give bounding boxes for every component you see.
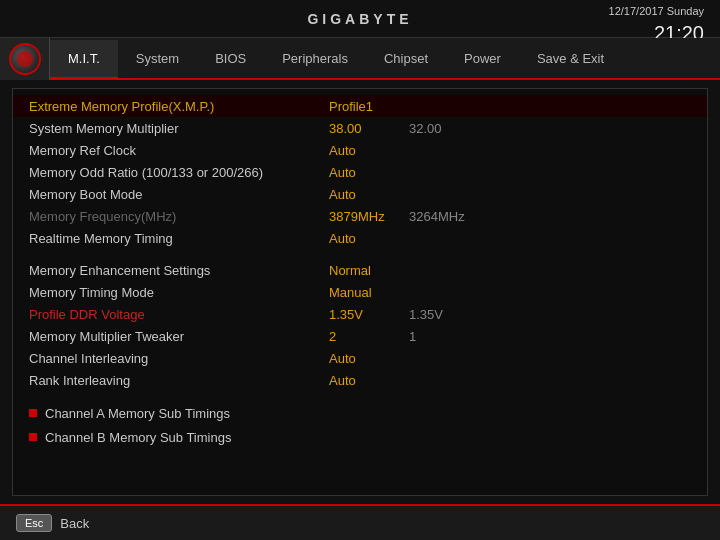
nav-item-mit[interactable]: M.I.T. (50, 40, 118, 80)
label-mem-boot-mode: Memory Boot Mode (29, 187, 329, 202)
main-content: Extreme Memory Profile(X.M.P.) Profile1 … (0, 80, 720, 504)
label-channel-interleaving: Channel Interleaving (29, 351, 329, 366)
value-xmp: Profile1 (329, 99, 409, 114)
nav-bar: M.I.T. System BIOS Peripherals Chipset P… (0, 38, 720, 80)
label-mem-ref-clock: Memory Ref Clock (29, 143, 329, 158)
date-display: 12/17/2017 Sunday (609, 5, 704, 17)
value2-mem-freq: 3264MHz (409, 209, 489, 224)
nav-logo (0, 38, 50, 80)
label-rank-interleaving: Rank Interleaving (29, 373, 329, 388)
label-profile-ddr: Profile DDR Voltage (29, 307, 329, 322)
value2-sys-mem-mult: 32.00 (409, 121, 489, 136)
red-square-b (29, 433, 37, 441)
label-channel-a: Channel A Memory Sub Timings (45, 406, 230, 421)
value-mem-mult-tweaker: 2 (329, 329, 409, 344)
red-square-a (29, 409, 37, 417)
nav-item-power[interactable]: Power (446, 40, 519, 80)
nav-item-bios[interactable]: BIOS (197, 40, 264, 80)
row-profile-ddr[interactable]: Profile DDR Voltage 1.35V 1.35V (13, 303, 707, 325)
value-channel-interleaving: Auto (329, 351, 409, 366)
value-mem-enhance: Normal (329, 263, 409, 278)
label-mem-mult-tweaker: Memory Multiplier Tweaker (29, 329, 329, 344)
divider-2 (13, 391, 707, 401)
row-mem-ref-clock[interactable]: Memory Ref Clock Auto (13, 139, 707, 161)
label-mem-odd-ratio: Memory Odd Ratio (100/133 or 200/266) (29, 165, 329, 180)
nav-items: M.I.T. System BIOS Peripherals Chipset P… (50, 38, 622, 78)
row-realtime-timing[interactable]: Realtime Memory Timing Auto (13, 227, 707, 249)
divider-1 (13, 249, 707, 259)
row-rank-interleaving[interactable]: Rank Interleaving Auto (13, 369, 707, 391)
row-mem-boot-mode[interactable]: Memory Boot Mode Auto (13, 183, 707, 205)
value2-profile-ddr: 1.35V (409, 307, 489, 322)
label-mem-enhance: Memory Enhancement Settings (29, 263, 329, 278)
row-mem-enhance[interactable]: Memory Enhancement Settings Normal (13, 259, 707, 281)
value2-mem-mult-tweaker: 1 (409, 329, 489, 344)
back-label: Back (60, 516, 89, 531)
label-xmp: Extreme Memory Profile(X.M.P.) (29, 99, 329, 114)
label-realtime-timing: Realtime Memory Timing (29, 231, 329, 246)
row-mem-mult-tweaker[interactable]: Memory Multiplier Tweaker 2 1 (13, 325, 707, 347)
label-mem-freq: Memory Frequency(MHz) (29, 209, 329, 224)
value-sys-mem-mult: 38.00 (329, 121, 409, 136)
section-channel-b[interactable]: Channel B Memory Sub Timings (13, 425, 707, 449)
value-profile-ddr: 1.35V (329, 307, 409, 322)
row-xmp[interactable]: Extreme Memory Profile(X.M.P.) Profile1 (13, 95, 707, 117)
row-mem-timing-mode[interactable]: Memory Timing Mode Manual (13, 281, 707, 303)
top-bar: GIGABYTE 12/17/2017 Sunday 21:20 (0, 0, 720, 38)
value-mem-timing-mode: Manual (329, 285, 409, 300)
value-mem-boot-mode: Auto (329, 187, 409, 202)
row-mem-freq[interactable]: Memory Frequency(MHz) 3879MHz 3264MHz (13, 205, 707, 227)
value-mem-odd-ratio: Auto (329, 165, 409, 180)
label-channel-b: Channel B Memory Sub Timings (45, 430, 231, 445)
value-mem-ref-clock: Auto (329, 143, 409, 158)
section-channel-a[interactable]: Channel A Memory Sub Timings (13, 401, 707, 425)
nav-item-chipset[interactable]: Chipset (366, 40, 446, 80)
brand-title: GIGABYTE (307, 11, 412, 27)
nav-item-peripherals[interactable]: Peripherals (264, 40, 366, 80)
label-mem-timing-mode: Memory Timing Mode (29, 285, 329, 300)
value-rank-interleaving: Auto (329, 373, 409, 388)
content-panel: Extreme Memory Profile(X.M.P.) Profile1 … (12, 88, 708, 496)
row-mem-odd-ratio[interactable]: Memory Odd Ratio (100/133 or 200/266) Au… (13, 161, 707, 183)
bottom-bar: Esc Back (0, 504, 720, 540)
row-channel-interleaving[interactable]: Channel Interleaving Auto (13, 347, 707, 369)
row-sys-mem-mult[interactable]: System Memory Multiplier 38.00 32.00 (13, 117, 707, 139)
nav-item-save-exit[interactable]: Save & Exit (519, 40, 622, 80)
value-realtime-timing: Auto (329, 231, 409, 246)
logo-inner (17, 51, 33, 67)
esc-button[interactable]: Esc (16, 514, 52, 532)
settings-table: Extreme Memory Profile(X.M.P.) Profile1 … (13, 89, 707, 455)
nav-item-system[interactable]: System (118, 40, 197, 80)
value-mem-freq: 3879MHz (329, 209, 409, 224)
label-sys-mem-mult: System Memory Multiplier (29, 121, 329, 136)
logo-circle (9, 43, 41, 75)
